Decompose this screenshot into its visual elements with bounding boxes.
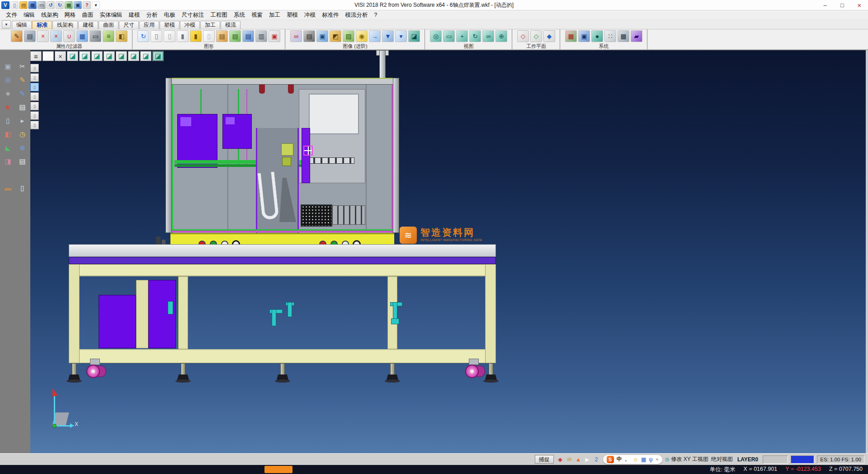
grid-icon[interactable]: ▦ — [65, 1, 73, 9]
point-grid-icon[interactable]: ∷ — [604, 30, 616, 42]
settings-gear-icon[interactable]: ∗ — [2, 88, 14, 99]
app-icon[interactable]: V — [1, 1, 9, 9]
zoom-all-icon[interactable]: ◎ — [430, 30, 442, 42]
toolbar-tab[interactable]: 冲模 — [180, 21, 200, 29]
zoom-window-icon[interactable]: ▭ — [443, 30, 455, 42]
database-save-icon[interactable]: ▤ — [229, 30, 241, 42]
menu-item[interactable]: 塑模 — [283, 11, 301, 19]
pan-view-icon[interactable]: + — [456, 30, 468, 42]
screen-icon[interactable]: ▣ — [74, 1, 82, 9]
menu-item[interactable]: ? — [371, 12, 381, 18]
ime-punctuation-toggle[interactable]: 。 — [625, 455, 630, 463]
snapshot-icon[interactable]: ▣ — [316, 30, 328, 42]
sketch-icon[interactable]: ✎ — [16, 75, 29, 85]
undo-icon[interactable]: ↺ — [47, 1, 55, 9]
print-icon[interactable]: ▭ — [38, 1, 46, 9]
refresh-graphics-icon[interactable]: ↻ — [137, 30, 149, 42]
database-load-icon[interactable]: ▤ — [242, 30, 254, 42]
flame-icon[interactable]: ▲ — [575, 455, 582, 463]
copy-icon[interactable]: ▤ — [16, 156, 29, 166]
light-settings-icon[interactable]: ◉ — [356, 30, 368, 42]
mini-view-2-icon[interactable]: ▯ — [30, 73, 39, 82]
menu-item[interactable]: 系统 — [231, 11, 248, 19]
transparent-view-icon[interactable]: ▯ — [203, 30, 215, 42]
copy-properties-icon[interactable]: ▤ — [24, 30, 36, 42]
material-icon[interactable]: ◨ — [2, 156, 14, 166]
pick-icon[interactable]: ▸ — [16, 115, 29, 126]
ime-tools-icon[interactable]: + — [656, 456, 659, 463]
mini-view-1-icon[interactable]: ▯ — [30, 64, 39, 72]
stereo-glasses-icon[interactable]: ∞ — [290, 30, 302, 42]
mini-view-3-icon[interactable]: ▯ — [30, 83, 39, 91]
sheet-icon[interactable]: ▤ — [16, 102, 29, 112]
material-plane-icon[interactable]: ▰ — [631, 30, 642, 42]
toolbar-tab[interactable]: 塑模 — [160, 21, 179, 29]
menu-item[interactable]: 视窗 — [248, 11, 266, 19]
iso-view-6-icon[interactable]: ◪ — [128, 51, 139, 61]
solid-box-icon[interactable]: ■ — [2, 102, 14, 112]
mini-view-6-icon[interactable]: ▯ — [30, 111, 39, 120]
delete-attribute-icon[interactable]: × — [37, 30, 49, 42]
move-icon[interactable]: ⊕ — [16, 142, 29, 153]
quick-access-dropdown-icon[interactable]: ▾ — [92, 1, 100, 9]
menu-item[interactable]: 编辑 — [20, 11, 38, 19]
animation-film-icon[interactable]: ▤ — [303, 30, 315, 42]
rotate-view-icon[interactable]: ↻ — [469, 30, 481, 42]
cursor-icon[interactable]: ▶ — [584, 455, 591, 463]
history-icon[interactable]: ◷ — [16, 129, 29, 139]
magnet-filter-icon[interactable]: ∪ — [63, 30, 75, 42]
shaded-view-icon[interactable]: ▮ — [177, 30, 189, 42]
iso-view-4-icon[interactable]: ◪ — [104, 51, 115, 61]
annotate-icon[interactable]: ✎ — [16, 88, 29, 99]
redo-icon[interactable]: ↻ — [56, 1, 64, 9]
texture-map-icon[interactable]: ▨ — [343, 30, 354, 42]
toolbar-tab[interactable]: 建模 — [78, 21, 98, 29]
menu-item[interactable]: 标准件 — [319, 11, 342, 19]
mini-view-5-icon[interactable]: ▯ — [30, 102, 39, 110]
view-clear-icon[interactable]: × — [55, 51, 66, 61]
open-file-icon[interactable]: ▤ — [19, 1, 28, 9]
menu-item[interactable]: 分析 — [143, 11, 161, 19]
taskbar-app-peek[interactable] — [264, 466, 292, 473]
pin-icon[interactable]: ◆ — [557, 455, 564, 463]
sogou-icon[interactable]: S — [607, 456, 614, 463]
soft-keyboard-icon[interactable]: ▦ — [641, 456, 646, 463]
new-file-icon[interactable]: ▯ — [10, 1, 19, 9]
mini-view-4-icon[interactable]: ▯ — [30, 92, 39, 101]
viewport-3d[interactable]: ≡×◪◪◪◪◪◪◪◪ ▯▯▯▯▯▯▯ — [30, 50, 868, 453]
menu-item[interactable]: 建模 — [126, 11, 143, 19]
view-status[interactable]: 绝对视图 — [711, 455, 733, 463]
highlight-filter-icon[interactable]: ◧ — [116, 30, 127, 42]
page-icon[interactable]: ▯ — [16, 183, 29, 193]
workplane-reset-icon[interactable]: ◆ — [543, 30, 555, 42]
iso-view-2-icon[interactable]: ◪ — [79, 51, 90, 61]
menu-item[interactable]: 模流分析 — [342, 11, 371, 19]
menu-item[interactable]: 尺寸标注 — [179, 11, 208, 19]
toolbar-tab[interactable]: 标准 — [32, 21, 52, 29]
help-icon[interactable]: ? — [83, 1, 91, 9]
iso-view-7-icon[interactable]: ◪ — [140, 51, 151, 61]
menu-item[interactable]: 电极 — [161, 11, 179, 19]
database-refresh-icon[interactable]: ▤ — [216, 30, 228, 42]
toolbar-tab[interactable]: 模流 — [221, 21, 241, 29]
shaded-edges-view-icon[interactable]: ▮ — [190, 30, 202, 42]
toolbar-tab[interactable]: 应用 — [139, 21, 159, 29]
close-button[interactable]: × — [851, 0, 868, 10]
iso-view-1-icon[interactable]: ◪ — [67, 51, 78, 61]
select-icon[interactable]: ▣ — [2, 61, 14, 71]
view-target-icon[interactable]: ⊕ — [495, 30, 507, 42]
wireframe-view-icon[interactable]: ▯ — [151, 30, 162, 42]
cylinder-icon[interactable]: ▯ — [2, 115, 14, 126]
menu-item[interactable]: 网格 — [61, 11, 79, 19]
menu-item[interactable]: 文件 — [3, 11, 20, 19]
print-setup-icon[interactable]: ▭ — [90, 30, 101, 42]
ime-language-toggle[interactable]: 中 — [617, 455, 622, 463]
menu-item[interactable]: 冲模 — [301, 11, 319, 19]
screen-capture-icon[interactable]: ▣ — [269, 30, 280, 42]
toolbar-tab[interactable]: 尺寸 — [119, 21, 139, 29]
snap-button[interactable]: 捕捉 — [535, 455, 554, 464]
iso-view-8-icon[interactable]: ◪ — [152, 51, 164, 61]
export-drop-icon[interactable]: ▾ — [395, 30, 407, 42]
iso-view-3-icon[interactable]: ◪ — [91, 51, 103, 61]
filter-funnel-icon[interactable]: ▼ — [382, 30, 394, 42]
